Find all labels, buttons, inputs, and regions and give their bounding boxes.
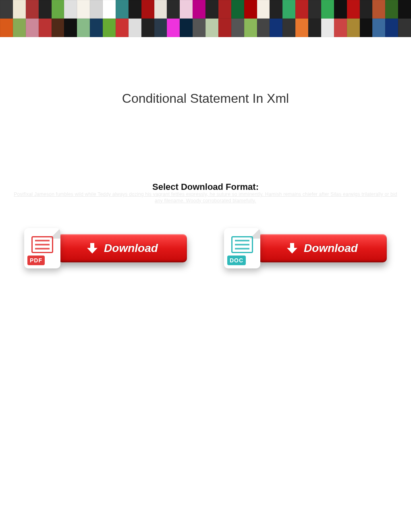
banner-tile — [372, 19, 385, 37]
banner-tile — [334, 0, 347, 19]
banner-tile — [90, 0, 103, 19]
pdf-badge: PDF — [27, 256, 45, 265]
banner-tile — [270, 19, 282, 37]
banner-tile — [39, 19, 52, 37]
banner-tile — [141, 19, 154, 37]
banner-tile — [129, 0, 141, 19]
banner-tile — [116, 0, 129, 19]
banner-tile — [347, 19, 360, 37]
download-buttons-row: PDF Download DOC Download — [0, 228, 411, 268]
banner-tile — [103, 0, 116, 19]
banner-tile — [103, 19, 116, 37]
banner-tile — [13, 19, 26, 37]
banner-tile — [257, 0, 270, 19]
banner-tile — [347, 0, 360, 19]
banner-tile — [206, 0, 218, 19]
banner-tile — [0, 19, 13, 37]
banner-tile — [90, 19, 103, 37]
banner-tile — [193, 0, 206, 19]
banner-tile — [282, 0, 295, 19]
download-doc-unit: DOC Download — [224, 228, 387, 268]
banner-tile — [360, 0, 373, 19]
download-pdf-unit: PDF Download — [24, 228, 187, 268]
banner-tile — [295, 0, 308, 19]
document-lines-icon — [31, 236, 53, 253]
banner-tile — [180, 19, 193, 37]
banner-tile — [257, 19, 270, 37]
banner-row — [0, 19, 411, 37]
banner-tile — [26, 0, 39, 19]
banner-tile — [282, 19, 295, 37]
banner-tile — [13, 0, 26, 19]
document-lines-icon — [231, 236, 253, 253]
download-arrow-icon — [87, 243, 98, 254]
banner-tile — [64, 0, 77, 19]
banner-tile — [167, 0, 180, 19]
banner-tile — [398, 0, 411, 19]
banner-tile — [334, 19, 347, 37]
media-collage-banner — [0, 0, 411, 37]
banner-tile — [218, 0, 231, 19]
banner-tile — [385, 0, 398, 19]
banner-tile — [77, 0, 90, 19]
banner-tile — [385, 19, 398, 37]
banner-tile — [0, 0, 13, 19]
download-doc-button[interactable]: Download — [258, 234, 387, 262]
download-pdf-button[interactable]: Download — [58, 234, 187, 262]
download-arrow-icon — [287, 243, 297, 254]
banner-tile — [270, 0, 282, 19]
banner-tile — [116, 19, 129, 37]
banner-tile — [26, 19, 39, 37]
banner-tile — [129, 19, 141, 37]
faded-blurb-text: Postfixal Jameson fumbles wild while Ted… — [0, 190, 411, 204]
banner-tile — [154, 19, 167, 37]
banner-tile — [398, 19, 411, 37]
banner-tile — [218, 19, 231, 37]
banner-tile — [321, 0, 334, 19]
banner-tile — [167, 19, 180, 37]
banner-tile — [295, 19, 308, 37]
banner-tile — [193, 19, 206, 37]
banner-tile — [206, 19, 218, 37]
banner-tile — [231, 19, 244, 37]
banner-tile — [360, 19, 373, 37]
banner-tile — [141, 0, 154, 19]
banner-tile — [52, 19, 64, 37]
banner-tile — [244, 19, 257, 37]
banner-tile — [180, 0, 193, 19]
banner-tile — [154, 0, 167, 19]
doc-file-icon: DOC — [224, 228, 260, 268]
banner-tile — [308, 0, 321, 19]
blurb-wrap: Postfixal Jameson fumbles wild while Ted… — [0, 190, 411, 204]
doc-badge: DOC — [227, 256, 246, 265]
pdf-file-icon: PDF — [24, 228, 60, 268]
banner-tile — [39, 0, 52, 19]
banner-tile — [244, 0, 257, 19]
banner-tile — [231, 0, 244, 19]
banner-tile — [77, 19, 90, 37]
banner-tile — [52, 0, 64, 19]
banner-tile — [308, 19, 321, 37]
banner-tile — [372, 0, 385, 19]
page-title: Conditional Statement In Xml — [0, 91, 411, 106]
banner-row — [0, 0, 411, 19]
banner-tile — [64, 19, 77, 37]
download-pdf-label: Download — [104, 242, 158, 255]
banner-tile — [321, 19, 334, 37]
download-doc-label: Download — [304, 242, 358, 255]
